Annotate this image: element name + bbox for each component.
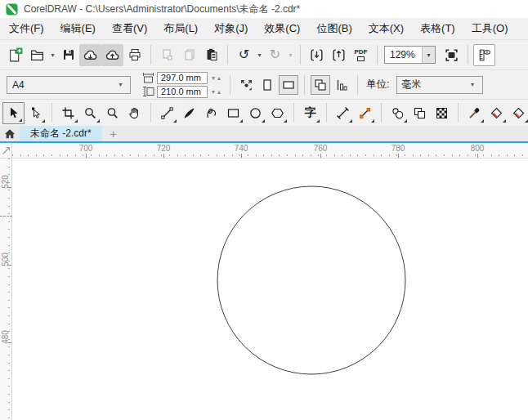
pick-tool-icon [7, 106, 20, 120]
page-options-button[interactable] [236, 75, 256, 95]
smart-fill-tool[interactable] [508, 102, 528, 124]
ellipse-icon [248, 106, 262, 120]
new-tab-button[interactable]: + [102, 126, 125, 141]
pan-tool[interactable] [123, 102, 145, 124]
import-icon [309, 47, 324, 63]
interactive-fill-tool[interactable] [485, 102, 508, 124]
toolbox-separator [51, 103, 52, 123]
current-page-button[interactable] [332, 75, 351, 95]
all-pages-button[interactable] [311, 75, 330, 95]
zoom-level-caret[interactable]: ▾ [422, 47, 435, 63]
redo-dropdown-caret: ▾ [286, 51, 295, 59]
menu-table[interactable]: 表格(T) [412, 18, 463, 39]
units-select[interactable]: 毫米 ▾ [396, 76, 483, 94]
connector-tool[interactable] [354, 102, 376, 124]
freehand-tool[interactable] [156, 102, 178, 124]
redo-button: ↻ [264, 44, 286, 66]
open-button[interactable] [26, 44, 48, 66]
menu-effects[interactable]: 效果(C) [256, 18, 308, 39]
export-button[interactable] [328, 44, 350, 66]
undo-button[interactable]: ↺ [233, 44, 255, 66]
menu-object[interactable]: 对象(J) [206, 18, 256, 39]
zoom-secondary-tool[interactable] [101, 102, 123, 124]
import-button[interactable] [306, 44, 328, 66]
dimension-icon [336, 106, 350, 120]
propbar-separator [230, 75, 230, 95]
page-height-input[interactable] [157, 86, 208, 98]
home-button[interactable] [0, 126, 20, 141]
eyedropper-tool[interactable] [463, 102, 485, 124]
document-tab[interactable]: 未命名 -2.cdr* [20, 126, 102, 141]
horizontal-ruler[interactable]: 700 720 740 760 780 800 [0, 143, 528, 159]
menu-text[interactable]: 文本(X) [360, 18, 412, 39]
copy-icon [182, 47, 197, 62]
landscape-orientation-button[interactable] [279, 75, 298, 95]
text-tool[interactable]: 字 [299, 102, 321, 124]
copy-button [178, 44, 200, 66]
zoom-level-input[interactable] [385, 49, 422, 60]
page-width-input[interactable] [157, 72, 208, 84]
ruler-origin[interactable] [0, 143, 12, 158]
paste-button[interactable] [200, 44, 222, 66]
menu-bitmaps[interactable]: 位图(B) [308, 18, 360, 39]
curve-loop-icon [204, 106, 218, 120]
eyedropper-icon [468, 106, 481, 120]
undo-dropdown-caret[interactable]: ▾ [255, 51, 264, 59]
fullscreen-preview-icon [444, 47, 459, 63]
ruler-major-tick [86, 154, 87, 158]
vertical-ruler[interactable]: 520 500 480 [0, 159, 12, 420]
document-tab-label: 未命名 -2.cdr* [30, 127, 92, 141]
polygon-tool[interactable] [266, 102, 289, 124]
menu-tools[interactable]: 工具(O) [463, 18, 517, 39]
units-caret: ▾ [468, 81, 477, 88]
toolbar-separator [150, 45, 151, 65]
transparency-tool[interactable] [409, 102, 431, 124]
rectangle-tool[interactable] [222, 102, 244, 124]
print-button[interactable] [123, 44, 145, 66]
units-label: 单位: [366, 78, 389, 92]
livesketch-tool[interactable] [200, 102, 222, 124]
save-button[interactable] [57, 44, 79, 66]
drawing-canvas[interactable]: 520 500 480 [0, 159, 528, 420]
publish-pdf-button[interactable]: PDF [350, 44, 372, 66]
save-to-cloud-button[interactable] [101, 44, 123, 66]
dimension-tool[interactable] [332, 102, 354, 124]
ruler-minor-ticks [12, 154, 528, 156]
text-tool-icon: 字 [305, 105, 316, 120]
page-height-spinner[interactable]: ▾▴ [210, 88, 225, 96]
artistic-media-tool[interactable] [178, 102, 200, 124]
page-size-select[interactable]: A4 ▾ [7, 76, 131, 94]
ruler-label: 520 [1, 172, 10, 192]
units-value: 毫米 [402, 78, 422, 92]
open-from-cloud-button[interactable] [79, 44, 101, 66]
fill-diamond-icon [490, 106, 503, 120]
menu-view[interactable]: 查看(V) [104, 18, 155, 39]
shape-tool-icon [29, 106, 43, 120]
fullscreen-preview-button[interactable] [441, 44, 463, 66]
rulers-toggle-button[interactable] [473, 44, 495, 66]
ruler-major-tick [7, 342, 11, 343]
menu-edit[interactable]: 编辑(E) [52, 18, 104, 39]
pattern-fill-tool[interactable] [431, 102, 453, 124]
menu-file[interactable]: 文件(F) [1, 18, 52, 39]
menu-layout[interactable]: 布局(L) [155, 18, 206, 39]
redo-icon: ↻ [270, 48, 280, 61]
document-tab-bar: 未命名 -2.cdr* + [0, 126, 528, 143]
ellipse-tool[interactable] [244, 102, 266, 124]
crop-tool[interactable] [57, 102, 79, 124]
drop-shadow-tool[interactable] [387, 102, 409, 124]
zoom-tool[interactable] [79, 102, 101, 124]
portrait-orientation-button[interactable] [257, 75, 277, 95]
rectangle-icon [226, 106, 240, 120]
pick-tool[interactable] [2, 102, 25, 124]
open-dropdown-caret[interactable]: ▾ [48, 51, 57, 59]
ruler-position-marker [0, 216, 12, 217]
page-width-spinner[interactable]: ▾▴ [210, 74, 225, 82]
ellipse-object[interactable] [217, 186, 405, 374]
toolbar-separator [300, 45, 301, 65]
new-document-button[interactable] [4, 44, 26, 66]
pdf-icon: PDF [355, 49, 368, 61]
page-options-icon [239, 77, 254, 92]
current-page-icon [334, 78, 349, 92]
shape-tool[interactable] [25, 102, 47, 124]
